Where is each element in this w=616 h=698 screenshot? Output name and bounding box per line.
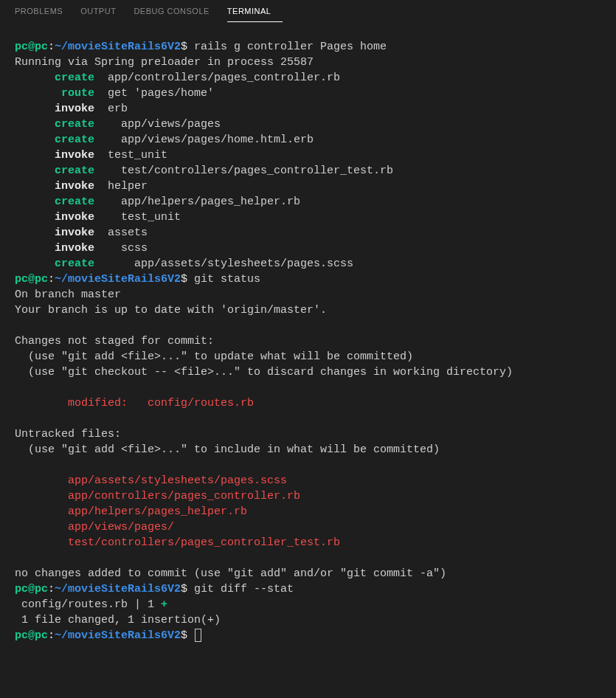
pad	[15, 242, 55, 255]
pad	[15, 490, 68, 502]
git-uptodate: Your branch is up to date with 'origin/m…	[15, 304, 327, 317]
rails-action: create	[55, 165, 94, 177]
prompt-colon: :	[48, 629, 55, 642]
git-untracked-file: app/helpers/pages_helper.rb	[68, 505, 247, 518]
prompt-user: pc@pc	[15, 583, 48, 595]
git-untracked: Untracked files:	[15, 428, 121, 440]
rails-path: erb	[94, 103, 128, 115]
rails-path: app/controllers/pages_controller.rb	[94, 72, 340, 84]
tab-debug-console[interactable]: DEBUG CONSOLE	[134, 6, 221, 22]
rails-action: invoke	[55, 227, 94, 239]
rails-path: test_unit	[94, 149, 167, 162]
git-nochanges: no changes added to commit (use "git add…	[15, 567, 446, 580]
prompt-user: pc@pc	[15, 41, 48, 53]
panel-tabs: PROBLEMS OUTPUT DEBUG CONSOLE TERMINAL	[0, 0, 616, 29]
pad	[15, 118, 55, 131]
rails-action: create	[55, 258, 94, 270]
git-branch: On branch master	[15, 288, 121, 301]
command-rails: rails g controller Pages home	[194, 41, 387, 53]
rails-path: helper	[94, 180, 148, 193]
rails-action: invoke	[55, 242, 94, 255]
rails-action: create	[55, 72, 94, 84]
prompt-colon: :	[48, 273, 55, 286]
prompt-user: pc@pc	[15, 629, 48, 642]
rails-path: test/controllers/pages_controller_test.r…	[94, 165, 393, 177]
tab-terminal[interactable]: TERMINAL	[227, 6, 283, 22]
rails-action: create	[55, 134, 94, 146]
prompt-path: ~/movieSiteRails6V2	[55, 273, 181, 286]
git-untracked-file: test/controllers/pages_controller_test.r…	[68, 536, 340, 549]
output-line: Running via Spring preloader in process …	[15, 56, 314, 69]
prompt-dollar: $	[181, 583, 194, 595]
prompt-dollar: $	[181, 273, 194, 286]
rails-path: get 'pages/home'	[94, 87, 214, 100]
prompt-user: pc@pc	[15, 273, 48, 286]
pad	[15, 196, 55, 208]
pad	[15, 505, 68, 518]
prompt-dollar: $	[181, 41, 194, 53]
git-untracked-file: app/views/pages/	[68, 521, 174, 533]
rails-path: scss	[94, 242, 148, 255]
prompt-dollar: $	[181, 629, 194, 642]
rails-action: invoke	[55, 103, 94, 115]
diff-summary: 1 file changed, 1 insertion(+)	[15, 614, 221, 626]
rails-path: app/assets/stylesheets/pages.scss	[94, 258, 353, 270]
rails-path: app/helpers/pages_helper.rb	[94, 196, 300, 208]
pad	[15, 165, 55, 177]
command-git-diff: git diff --stat	[194, 583, 294, 595]
git-untracked-file: app/controllers/pages_controller.rb	[68, 490, 300, 502]
rails-action: invoke	[55, 211, 94, 224]
pad	[15, 211, 55, 224]
cursor	[195, 629, 201, 642]
pad	[15, 536, 68, 549]
pad	[15, 227, 55, 239]
pad	[15, 134, 55, 146]
git-untracked-file: app/assets/stylesheets/pages.scss	[68, 474, 287, 487]
pad	[15, 397, 68, 410]
tab-output[interactable]: OUTPUT	[80, 6, 128, 22]
git-hint: (use "git add <file>..." to include in w…	[15, 443, 440, 456]
git-notstaged: Changes not staged for commit:	[15, 335, 214, 348]
git-hint: (use "git checkout -- <file>..." to disc…	[15, 366, 513, 379]
terminal-content[interactable]: pc@pc:~/movieSiteRails6V2$ rails g contr…	[0, 29, 616, 654]
rails-path: app/views/pages	[94, 118, 221, 131]
pad	[15, 180, 55, 193]
rails-path: app/views/pages/home.html.erb	[94, 134, 314, 146]
prompt-colon: :	[48, 583, 55, 595]
pad	[15, 521, 68, 533]
rails-action: invoke	[55, 149, 94, 162]
tab-problems[interactable]: PROBLEMS	[15, 6, 75, 22]
rails-path: test_unit	[94, 211, 181, 224]
prompt-path: ~/movieSiteRails6V2	[55, 583, 181, 595]
rails-action: create	[55, 118, 94, 131]
pad	[15, 474, 68, 487]
diff-stat-file: config/routes.rb | 1	[15, 598, 161, 611]
pad	[15, 103, 55, 115]
git-hint: (use "git add <file>..." to update what …	[15, 350, 413, 363]
prompt-path: ~/movieSiteRails6V2	[55, 41, 181, 53]
rails-action: invoke	[55, 180, 94, 193]
pad	[15, 87, 61, 100]
rails-action: create	[55, 196, 94, 208]
command-git-status: git status	[194, 273, 260, 286]
diff-plus: +	[161, 598, 167, 611]
prompt-colon: :	[48, 41, 55, 53]
pad	[15, 72, 55, 84]
prompt-path: ~/movieSiteRails6V2	[55, 629, 181, 642]
git-modified-file: modified: config/routes.rb	[68, 397, 254, 410]
pad	[15, 258, 55, 270]
pad	[15, 149, 55, 162]
rails-path: assets	[94, 227, 148, 239]
rails-action: route	[61, 87, 94, 100]
